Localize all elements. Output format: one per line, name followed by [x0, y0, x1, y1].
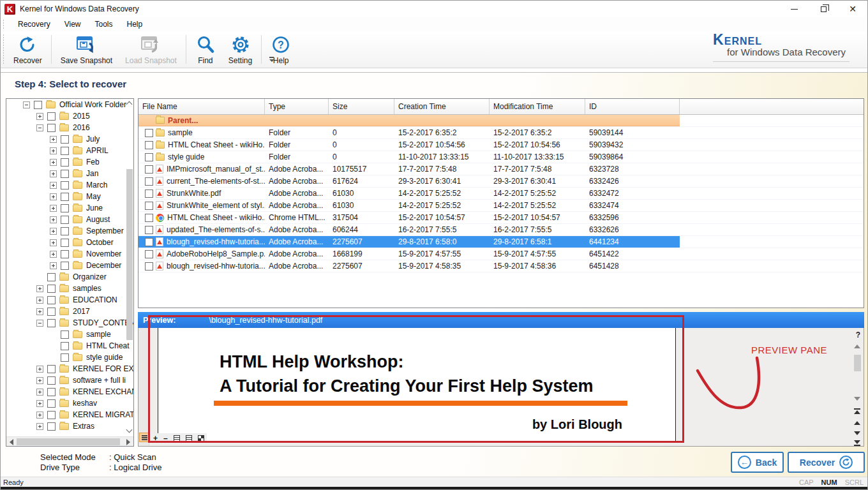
row-checkbox[interactable]	[145, 153, 153, 161]
tree-item-kernel-exchan[interactable]: KERNEL EXCHAN	[6, 386, 133, 397]
tree-checkbox[interactable]	[61, 158, 69, 167]
single-page-icon[interactable]	[186, 435, 192, 442]
tree-item-2015[interactable]: 2015	[6, 110, 133, 122]
expand-icon[interactable]	[36, 297, 43, 304]
table-row[interactable]: blough_revised-hhw-tutoria...Adobe Acrob…	[138, 236, 864, 248]
back-button[interactable]: ← Back	[731, 452, 784, 473]
row-checkbox[interactable]	[145, 250, 153, 258]
expand-icon[interactable]	[50, 182, 57, 189]
tree-item-keshav[interactable]: keshav	[6, 397, 133, 409]
tree-item-feb[interactable]: Feb	[6, 156, 133, 168]
tree-item-software-full-li[interactable]: software + full li	[6, 375, 133, 386]
table-row[interactable]: blough_revised-hhw-tutoria...Adobe Acrob…	[138, 260, 864, 272]
table-row[interactable]: HTML Cheat Sheet - wikiHo...Folder015-2-…	[138, 139, 864, 151]
zoom-out-icon[interactable]: –	[163, 434, 168, 443]
expand-icon[interactable]	[50, 193, 57, 200]
tree-checkbox[interactable]	[61, 216, 69, 224]
page-first-bar-icon[interactable]	[854, 408, 860, 410]
tree-item-2017[interactable]: 2017	[6, 306, 133, 317]
close-button[interactable]: ✕	[838, 1, 867, 17]
tree-checkbox[interactable]	[47, 388, 56, 396]
tree-vscroll-thumb[interactable]	[126, 169, 133, 340]
find-button[interactable]: Find	[189, 31, 222, 68]
expand-icon[interactable]	[36, 423, 43, 430]
tree-checkbox[interactable]	[61, 239, 69, 247]
tree-checkbox[interactable]	[47, 399, 56, 408]
tree-checkbox[interactable]	[47, 319, 56, 327]
tree-scroll-down[interactable]	[126, 427, 132, 433]
column-header-size[interactable]: Size	[329, 99, 394, 114]
expand-icon[interactable]	[50, 136, 57, 143]
row-checkbox[interactable]	[145, 214, 153, 222]
tree-checkbox[interactable]	[61, 181, 69, 189]
page-view-icon[interactable]	[174, 435, 180, 442]
expand-icon[interactable]	[50, 170, 57, 177]
collapse-icon[interactable]	[36, 320, 43, 327]
tree-item-kernel-migrat[interactable]: KERNEL MIGRAT	[6, 409, 133, 420]
table-row[interactable]: style guideFolder011-10-2017 13:33:1511-…	[138, 151, 864, 163]
scroll-left-icon[interactable]	[10, 439, 13, 445]
recover-button[interactable]: Recover	[788, 452, 865, 473]
tree-item-style-guide[interactable]: style guide	[6, 352, 133, 363]
page-prev-icon[interactable]	[854, 421, 860, 425]
tree-item-september[interactable]: September	[6, 225, 133, 237]
expand-icon[interactable]	[36, 113, 43, 120]
tree-item-december[interactable]: December	[6, 260, 133, 271]
tree-item-extras[interactable]: Extras	[6, 420, 133, 432]
menu-item-recovery[interactable]: Recovery	[11, 18, 57, 31]
row-checkbox[interactable]	[145, 177, 153, 186]
row-checkbox[interactable]	[145, 141, 153, 149]
tree-item-kernel-for-exc[interactable]: KERNEL FOR EXC	[6, 363, 133, 375]
tree-checkbox[interactable]	[61, 170, 69, 178]
expand-icon[interactable]	[36, 308, 43, 315]
tree-item-sample[interactable]: sample	[6, 329, 133, 340]
minimize-button[interactable]	[779, 1, 809, 17]
row-checkbox[interactable]	[145, 189, 153, 198]
collapse-icon[interactable]	[23, 101, 30, 108]
tree-checkbox[interactable]	[47, 365, 56, 373]
tree-checkbox[interactable]	[47, 422, 56, 431]
recover-button[interactable]: Recover	[7, 31, 49, 68]
tree-checkbox[interactable]	[34, 101, 42, 109]
table-row[interactable]: updated_The-elements-of-s...Adobe Acroba…	[138, 224, 864, 236]
collapse-icon[interactable]	[36, 124, 43, 131]
tree-item-april[interactable]: APRIL	[6, 145, 133, 156]
column-header-modification-time[interactable]: Modification Time	[490, 99, 585, 114]
row-checkbox[interactable]	[145, 165, 153, 174]
tree-checkbox[interactable]	[61, 330, 69, 339]
menu-item-tools[interactable]: Tools	[87, 18, 119, 31]
tree-checkbox[interactable]	[47, 308, 56, 316]
tree-item-may[interactable]: May	[6, 191, 133, 202]
tree-item-2016[interactable]: 2016	[6, 122, 133, 133]
tree-item-study-conten[interactable]: STUDY_CONTEN	[6, 317, 133, 329]
tree-checkbox[interactable]	[47, 285, 56, 293]
tree-item-education[interactable]: EDUCATION	[6, 294, 133, 306]
tree-item-august[interactable]: August	[6, 214, 133, 225]
column-header-file-name[interactable]: File Name	[138, 99, 265, 114]
tree-item-october[interactable]: October	[6, 237, 133, 248]
expand-icon[interactable]	[36, 412, 43, 419]
row-checkbox[interactable]	[145, 202, 153, 210]
restore-button[interactable]	[809, 1, 838, 17]
grid-view-icon[interactable]	[198, 435, 204, 442]
tree-item-june[interactable]: June	[6, 202, 133, 214]
expand-icon[interactable]	[36, 285, 43, 292]
tree-item-july[interactable]: July	[6, 133, 133, 145]
tree-checkbox[interactable]	[47, 112, 56, 121]
column-header-id[interactable]: ID	[585, 99, 680, 114]
toolbar-overflow-icon[interactable]	[269, 57, 275, 63]
tree-scroll-up[interactable]	[126, 101, 132, 108]
expand-icon[interactable]	[50, 228, 57, 235]
thumbnail-list-icon[interactable]	[139, 433, 149, 442]
tree-hscrollbar[interactable]	[6, 436, 133, 446]
tree-checkbox[interactable]	[61, 250, 69, 258]
tree-checkbox[interactable]	[47, 273, 56, 281]
row-checkbox[interactable]	[145, 226, 153, 234]
tree-checkbox[interactable]	[47, 376, 56, 385]
save-snapshot-button[interactable]: Save Snapshot	[54, 31, 119, 68]
column-header-type[interactable]: Type	[265, 99, 329, 114]
setting-button[interactable]: Setting	[222, 31, 258, 68]
table-row-parent[interactable]: Parent...	[138, 115, 864, 127]
tree-checkbox[interactable]	[61, 135, 69, 144]
expand-icon[interactable]	[36, 400, 43, 407]
